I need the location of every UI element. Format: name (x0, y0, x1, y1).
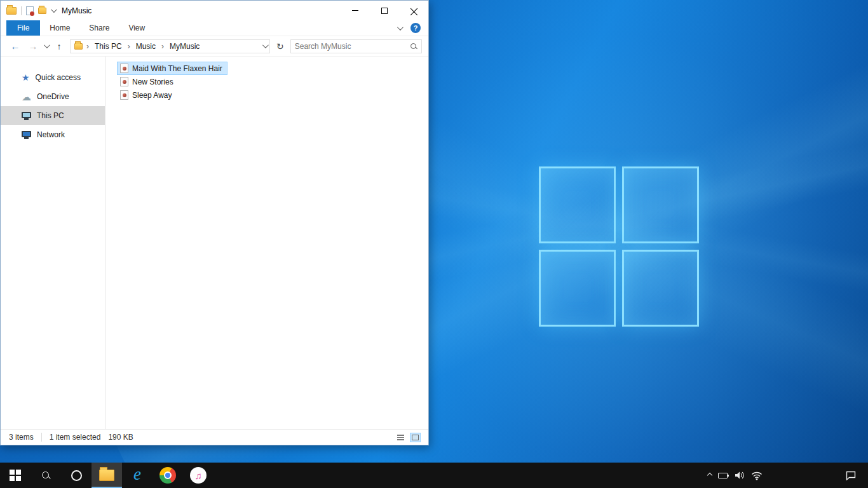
details-view-icon (397, 435, 404, 440)
tab-file[interactable]: File (6, 20, 40, 36)
sidebar-item-label: OneDrive (37, 92, 69, 101)
taskbar-chrome-button[interactable] (153, 463, 183, 488)
breadcrumb-separator-icon: › (160, 42, 165, 51)
address-dropdown-chevron-icon[interactable] (262, 42, 269, 48)
new-folder-icon[interactable] (38, 8, 46, 14)
action-center-icon (845, 470, 857, 480)
breadcrumb-this-pc[interactable]: This PC (93, 42, 124, 51)
sidebar-item-onedrive[interactable]: ☁ OneDrive (1, 87, 105, 106)
search-icon[interactable] (410, 43, 417, 50)
window-folder-icon[interactable] (6, 7, 17, 15)
volume-icon[interactable] (734, 470, 745, 480)
music-file-icon (120, 77, 128, 86)
action-center-button[interactable] (845, 470, 859, 480)
status-selection: 1 item selected (50, 433, 101, 442)
quick-access-star-icon: ★ (22, 73, 30, 82)
ribbon-tabs: File Home Share View ? (1, 20, 428, 36)
separator (41, 433, 42, 442)
large-icons-view-icon (412, 435, 419, 440)
tab-view[interactable]: View (119, 20, 154, 36)
maximize-icon (381, 8, 388, 14)
windows-logo-pane (539, 250, 616, 327)
separator (21, 6, 22, 15)
itunes-icon: ♫ (190, 467, 207, 484)
status-bar: 3 items 1 item selected 190 KB (1, 429, 428, 445)
help-icon[interactable]: ? (410, 23, 421, 33)
search-icon (41, 471, 51, 480)
cortana-button[interactable] (61, 463, 92, 488)
cortana-icon (71, 470, 82, 481)
file-item-sleep-away[interactable]: Sleep Away (117, 88, 177, 102)
explorer-window: MyMusic File Home Share View ? ← → ↑ › T… (0, 0, 429, 445)
address-folder-icon (74, 43, 83, 50)
details-view-button[interactable] (395, 433, 406, 442)
music-file-icon (120, 64, 128, 73)
battery-icon[interactable] (718, 473, 728, 478)
windows-logo-pane (622, 250, 699, 327)
onedrive-cloud-icon: ☁ (22, 92, 31, 102)
minimize-icon (352, 10, 358, 11)
quick-access-toolbar (1, 6, 55, 15)
sidebar-item-this-pc[interactable]: This PC (1, 106, 105, 125)
sidebar-item-network[interactable]: Network (1, 125, 105, 144)
large-icons-view-button[interactable] (410, 433, 421, 442)
ribbon-right-controls: ? (397, 20, 428, 36)
refresh-button[interactable]: ↻ (274, 41, 287, 51)
wifi-network-icon[interactable] (751, 471, 763, 480)
file-explorer-icon (99, 470, 114, 481)
hidden-icons-chevron-icon[interactable] (707, 473, 712, 478)
navigation-bar: ← → ↑ › This PC › Music › MyMusic ↻ (1, 36, 428, 57)
maximize-button[interactable] (370, 1, 399, 20)
start-button[interactable] (0, 463, 31, 488)
taskbar-itunes-button[interactable]: ♫ (183, 463, 214, 488)
breadcrumb-music[interactable]: Music (134, 42, 158, 51)
file-name: New Stories (132, 78, 173, 86)
view-toggles (395, 433, 421, 442)
file-name: Maid With The Flaxen Hair (132, 64, 222, 73)
windows-logo-pane (539, 166, 616, 243)
address-bar[interactable]: › This PC › Music › MyMusic (70, 39, 270, 53)
sidebar-item-quick-access[interactable]: ★ Quick access (1, 68, 105, 87)
network-icon (22, 131, 31, 137)
search-input[interactable] (295, 42, 410, 51)
file-list[interactable]: Maid With The Flaxen Hair New Stories Sl… (105, 57, 428, 429)
back-button[interactable]: ← (8, 41, 22, 51)
up-button[interactable]: ↑ (52, 41, 66, 51)
expand-ribbon-chevron-icon[interactable] (397, 24, 403, 30)
minimize-button[interactable] (341, 1, 370, 20)
tab-share[interactable]: Share (79, 20, 119, 36)
status-items-count: 3 items (9, 433, 34, 442)
taskbar-internet-explorer-button[interactable]: e (122, 463, 153, 488)
close-icon (410, 7, 417, 14)
window-content: ★ Quick access ☁ OneDrive This PC Networ… (1, 57, 428, 429)
taskbar-search-button[interactable] (31, 463, 61, 488)
taskbar-file-explorer-button[interactable] (92, 463, 122, 488)
sidebar-item-label: This PC (37, 111, 64, 120)
internet-explorer-icon: e (133, 466, 141, 485)
forward-button[interactable]: → (26, 41, 40, 51)
customize-toolbar-chevron-icon[interactable] (51, 6, 57, 13)
navigation-pane: ★ Quick access ☁ OneDrive This PC Networ… (1, 57, 105, 429)
window-controls (341, 1, 428, 20)
close-button[interactable] (399, 1, 428, 20)
breadcrumb-separator-icon: › (85, 42, 90, 51)
sidebar-item-label: Quick access (36, 73, 81, 82)
window-title: MyMusic (62, 6, 92, 15)
system-tray (708, 463, 868, 488)
file-name: Sleep Away (132, 91, 172, 100)
recent-locations-chevron-icon[interactable] (44, 42, 50, 48)
music-file-icon (120, 90, 128, 100)
tab-home[interactable]: Home (40, 20, 79, 36)
status-selection-size: 190 KB (108, 433, 133, 442)
file-item-maid-with-the-flaxen-hair[interactable]: Maid With The Flaxen Hair (117, 62, 227, 75)
properties-icon[interactable] (26, 6, 34, 15)
chrome-icon (159, 467, 176, 484)
file-item-new-stories[interactable]: New Stories (117, 75, 179, 88)
this-pc-monitor-icon (22, 112, 31, 118)
search-box (290, 39, 422, 53)
windows-logo-pane (622, 166, 699, 243)
breadcrumb-mymusic[interactable]: MyMusic (168, 42, 201, 51)
title-bar[interactable]: MyMusic (1, 1, 428, 20)
sidebar-item-label: Network (37, 130, 65, 139)
breadcrumb-separator-icon: › (126, 42, 132, 51)
